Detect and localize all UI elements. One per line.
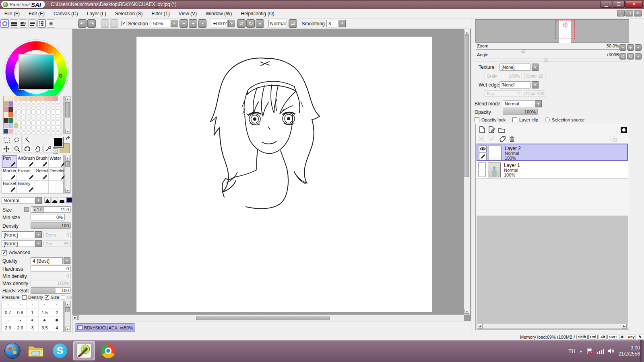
menu-item-filter[interactable]: Filter (T)	[147, 9, 174, 19]
swatch-cell-r4c10[interactable]	[53, 118, 58, 123]
swatch-cell-r0c7[interactable]	[38, 96, 43, 101]
rect-select-tool[interactable]	[2, 136, 11, 144]
swatches-tab[interactable]	[37, 19, 46, 28]
toolgrid-scrollbar[interactable]: ▲ ▼	[64, 155, 71, 193]
swatch-cell-r3c6[interactable]	[33, 112, 38, 117]
zoom-combo-dropdown[interactable]: ▼	[171, 20, 178, 27]
nav-zoom-out-button[interactable]: −	[619, 44, 626, 51]
swatch-cell-r5c10[interactable]	[53, 123, 58, 128]
brush-shape-round[interactable]	[52, 197, 58, 203]
angle-slider-handle[interactable]	[544, 58, 548, 61]
size-preset-r0c0[interactable]	[2, 301, 14, 309]
swap-colors-icon[interactable]	[66, 136, 71, 141]
toolgrid-scroll-thumb[interactable]	[65, 161, 70, 167]
swatch-cell-r0c0[interactable]	[4, 96, 8, 101]
canvas-horizontal-scrollbar[interactable]: ◀ ▶	[72, 315, 464, 321]
swatch-cell-r4c11[interactable]	[58, 118, 63, 123]
rotate-ccw-button[interactable]: ↺	[237, 19, 246, 28]
advanced-checkbox[interactable]: ✓	[2, 250, 7, 255]
angle-combo[interactable]: +000?	[211, 20, 228, 27]
swatch-cell-r0c4[interactable]	[23, 96, 28, 101]
swatch-cell-r3c3[interactable]	[19, 112, 23, 117]
toolgrid-scroll-up[interactable]: ▲	[65, 156, 70, 160]
layer-scroll-right[interactable]: ▶	[622, 324, 627, 329]
size-preset-r2c4[interactable]	[51, 317, 63, 324]
brush-edge-combo[interactable]: Normal	[2, 197, 34, 204]
swatch-cell-r1c8[interactable]	[43, 101, 48, 107]
zoom-out-button[interactable]: −	[180, 19, 188, 28]
layer-scroll-left[interactable]: ◀	[478, 324, 483, 329]
canvas-vscroll-thumb[interactable]	[464, 35, 469, 177]
swatch-cell-r2c11[interactable]	[58, 107, 63, 112]
swatch-cell-r0c10[interactable]	[53, 96, 58, 101]
delete-layer-button[interactable]	[508, 135, 516, 142]
swatch-cell-r1c2[interactable]	[14, 101, 19, 107]
size-preset-r1c1[interactable]: 0.8	[14, 309, 26, 317]
swatch-cell-r4c1[interactable]	[8, 118, 13, 123]
tool-airbrush[interactable]: AirBrush	[17, 155, 35, 168]
swatch-cell-r2c8[interactable]	[43, 107, 48, 112]
start-button[interactable]	[2, 341, 23, 360]
sv-cursor[interactable]	[18, 88, 21, 91]
size-preset-r0c1[interactable]	[14, 301, 26, 309]
volume-icon[interactable]	[608, 348, 615, 354]
swatch-cell-r6c11[interactable]	[58, 129, 63, 134]
swatch-cell-r1c1[interactable]	[8, 101, 13, 107]
menu-item-file[interactable]: File (F)	[0, 9, 24, 19]
swatch-cell-r5c6[interactable]	[33, 123, 38, 128]
swatch-cell-r2c0[interactable]	[4, 107, 8, 112]
swatch-cell-r2c7[interactable]	[38, 107, 43, 112]
swatch-cell-r6c7[interactable]	[38, 129, 43, 134]
size-preset-r3c1[interactable]: 2.6	[14, 324, 26, 332]
swatch-cell-r5c3[interactable]	[19, 123, 23, 128]
magic-wand-tool[interactable]	[23, 136, 32, 144]
blend-mode-dropdown[interactable]: ▼	[535, 100, 542, 107]
window-minimize-button[interactable]: ▁	[600, 1, 612, 8]
taskbar-chrome-button[interactable]	[97, 341, 119, 360]
pressure-clr-checkbox[interactable]	[61, 295, 65, 300]
swatch-cell-r3c10[interactable]	[53, 112, 58, 117]
rgb-slider-tab[interactable]	[10, 19, 18, 28]
tool-brush[interactable]: Brush	[35, 155, 49, 168]
size-preset-r0c3[interactable]	[39, 301, 51, 309]
swatch-cell-r2c5[interactable]	[29, 107, 33, 112]
swatch-cell-r2c6[interactable]	[33, 107, 38, 112]
canvas-hscroll-thumb[interactable]	[196, 316, 330, 320]
swatch-cell-r4c8[interactable]	[43, 118, 48, 123]
swatch-cell-r6c2[interactable]	[14, 129, 19, 134]
swatch-cell-r0c6[interactable]	[33, 96, 38, 101]
size-preset-r1c2[interactable]: 1	[27, 309, 39, 317]
invert-selection-button[interactable]: ⬚	[110, 19, 118, 28]
transparent-color-button[interactable]	[53, 148, 58, 154]
swatch-cell-r4c0[interactable]	[4, 118, 8, 123]
swatch-cell-r3c2[interactable]	[14, 112, 19, 117]
merge-down-button[interactable]	[488, 135, 496, 142]
swatch-cell-r3c1[interactable]	[8, 112, 13, 117]
pressure-density-checkbox[interactable]	[22, 295, 27, 300]
swatch-cell-r6c6[interactable]	[33, 129, 38, 134]
swatch-cell-r4c7[interactable]	[38, 118, 43, 123]
layer-row-layer1[interactable]: Layer 1 Normal 100%	[477, 161, 628, 179]
smoothing-combo[interactable]: 3	[326, 20, 339, 27]
swatch-cell-r1c5[interactable]	[29, 101, 33, 107]
tool-bucket[interactable]: Bucket	[2, 181, 17, 193]
opacity-lock-checkbox[interactable]	[475, 117, 479, 122]
presets-scroll-thumb[interactable]	[65, 307, 70, 312]
swatch-cell-r0c5[interactable]	[29, 96, 33, 101]
swatch-cell-r2c2[interactable]	[14, 107, 19, 112]
nav-zoom-reset-button[interactable]: ▪	[635, 44, 642, 51]
canvas-scroll-up[interactable]: ▲	[464, 30, 469, 35]
taskbar-skype-button[interactable]: S	[49, 341, 71, 360]
tool-eraser[interactable]: Eraser	[17, 168, 35, 180]
tool-select[interactable]: Select	[35, 168, 49, 180]
color-mixer-tab[interactable]	[28, 19, 37, 28]
swatch-cell-r3c5[interactable]	[29, 112, 33, 117]
swatch-cell-r6c5[interactable]	[29, 129, 33, 134]
size-preset-r3c4[interactable]: 4	[51, 324, 63, 332]
layer-clip-checkbox[interactable]	[512, 117, 517, 122]
swatch-cell-r6c9[interactable]	[48, 129, 53, 134]
size-preset-r0c4[interactable]	[51, 301, 63, 309]
texture2-dropdown[interactable]: ▼	[35, 240, 42, 247]
texture2-combo[interactable]: [None]	[2, 240, 34, 247]
density-field[interactable]: 100	[31, 222, 71, 229]
